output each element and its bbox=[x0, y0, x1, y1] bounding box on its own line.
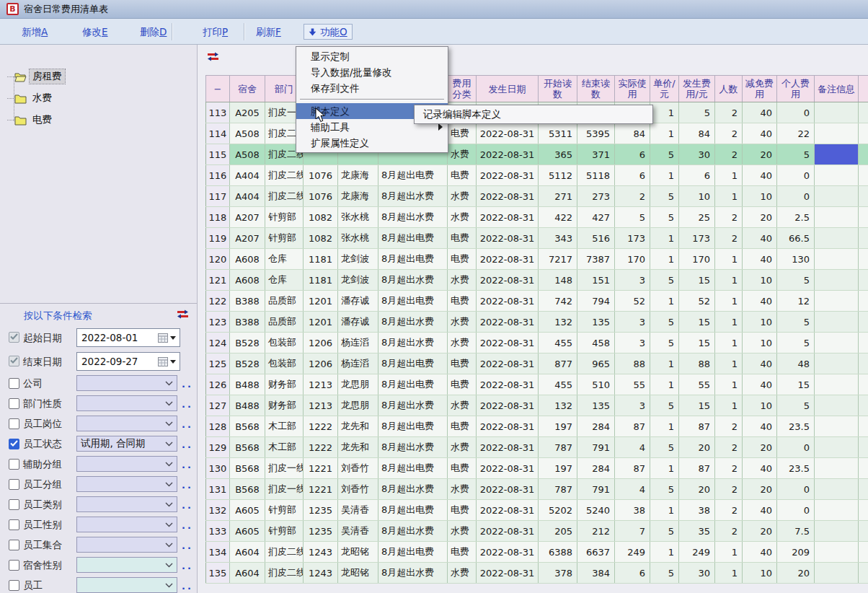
table-cell[interactable]: 8月超出水费 bbox=[378, 479, 448, 500]
table-cell[interactable]: 371 bbox=[577, 144, 615, 165]
table-cell[interactable] bbox=[815, 521, 859, 542]
table-cell[interactable]: A404 bbox=[230, 165, 265, 186]
table-cell[interactable]: 1 bbox=[715, 312, 743, 333]
table-cell[interactable]: 794 bbox=[577, 291, 615, 312]
table-cell[interactable]: 杨连滔 bbox=[338, 333, 378, 353]
table-cell[interactable]: 5 bbox=[650, 207, 679, 228]
filter-checkbox[interactable] bbox=[9, 439, 19, 449]
table-cell[interactable]: 284 bbox=[577, 458, 615, 479]
table-cell[interactable] bbox=[815, 353, 859, 374]
filter-select[interactable] bbox=[76, 375, 177, 391]
table-cell[interactable]: 5 bbox=[777, 395, 815, 416]
table-cell[interactable]: 2 bbox=[715, 479, 743, 500]
table-cell[interactable]: 0 bbox=[777, 500, 815, 521]
lookup-dots-button[interactable]: .. bbox=[182, 540, 193, 551]
table-cell[interactable]: 6 bbox=[615, 144, 650, 165]
table-cell[interactable] bbox=[815, 228, 859, 249]
column-header-9[interactable]: 开始读数 bbox=[539, 76, 577, 102]
table-cell[interactable] bbox=[815, 395, 859, 416]
table-cell[interactable]: 1206 bbox=[304, 353, 338, 374]
table-cell[interactable]: 扪皮二线 bbox=[265, 563, 304, 584]
table-cell[interactable] bbox=[815, 123, 859, 144]
table-cell[interactable]: 8月超出水费 bbox=[378, 437, 448, 458]
row-number-cell[interactable]: 113 bbox=[206, 102, 230, 123]
table-cell[interactable]: 66.5 bbox=[777, 228, 815, 249]
filter-checkbox[interactable] bbox=[9, 479, 19, 490]
table-cell[interactable]: 30 bbox=[679, 563, 715, 584]
filter-checkbox[interactable] bbox=[9, 519, 19, 530]
table-cell[interactable]: 2 bbox=[715, 207, 743, 228]
lookup-dots-button[interactable]: .. bbox=[182, 480, 193, 491]
table-cell[interactable]: 水费 bbox=[448, 395, 477, 416]
table-cell[interactable] bbox=[815, 333, 859, 353]
table-cell[interactable]: 6388 bbox=[539, 542, 577, 563]
table-cell[interactable]: 132 bbox=[539, 312, 577, 333]
table-cell[interactable]: 10 bbox=[743, 395, 777, 416]
table-cell[interactable]: 1 bbox=[650, 458, 679, 479]
table-cell[interactable]: 0 bbox=[777, 102, 815, 123]
table-cell[interactable]: 365 bbox=[539, 144, 577, 165]
table-cell[interactable]: 6 bbox=[615, 563, 650, 584]
table-cell[interactable]: B568 bbox=[230, 416, 265, 437]
table-cell[interactable]: 2.5 bbox=[777, 207, 815, 228]
lookup-dots-button[interactable]: .. bbox=[182, 460, 193, 470]
table-cell[interactable]: 173 bbox=[679, 228, 715, 249]
table-cell[interactable]: 4 bbox=[615, 437, 650, 458]
table-cell[interactable]: 吴清香 bbox=[338, 521, 378, 542]
table-cell[interactable]: 52 bbox=[615, 291, 650, 312]
table-cell[interactable]: 52 bbox=[679, 291, 715, 312]
table-cell[interactable]: B568 bbox=[230, 479, 265, 500]
table-cell[interactable]: B568 bbox=[230, 437, 265, 458]
table-cell[interactable]: 40 bbox=[743, 249, 777, 270]
table-cell[interactable]: 249 bbox=[679, 542, 715, 563]
table-cell[interactable]: A508 bbox=[230, 144, 265, 165]
table-cell[interactable]: 1 bbox=[650, 102, 679, 123]
table-cell[interactable]: 40 bbox=[743, 458, 777, 479]
table-cell[interactable] bbox=[815, 437, 859, 458]
table-cell[interactable]: 30 bbox=[679, 144, 715, 165]
table-cell[interactable]: 2022-08-31 bbox=[477, 500, 539, 521]
table-cell[interactable]: B388 bbox=[230, 312, 265, 333]
row-number-cell[interactable]: 127 bbox=[206, 395, 230, 416]
table-cell[interactable]: A608 bbox=[230, 270, 265, 291]
table-cell[interactable]: B488 bbox=[230, 395, 265, 416]
table-cell[interactable]: 2022-08-31 bbox=[477, 395, 539, 416]
row-number-cell[interactable]: 132 bbox=[206, 500, 230, 521]
table-cell[interactable]: 20 bbox=[679, 437, 715, 458]
table-cell[interactable]: 扪皮二线 bbox=[265, 542, 304, 563]
row-number-cell[interactable]: 123 bbox=[206, 312, 230, 333]
table-cell[interactable]: 2022-08-31 bbox=[477, 165, 539, 186]
table-cell[interactable]: 财务部 bbox=[265, 395, 304, 416]
table-cell[interactable]: 2022-08-31 bbox=[477, 207, 539, 228]
table-cell[interactable]: 7.5 bbox=[777, 521, 815, 542]
row-number-cell[interactable]: 121 bbox=[206, 270, 230, 291]
table-cell[interactable]: 1 bbox=[650, 353, 679, 374]
table-cell[interactable]: 水费 bbox=[448, 186, 477, 207]
table-cell[interactable]: 针剪部 bbox=[265, 207, 304, 228]
table-cell[interactable]: 40 bbox=[743, 102, 777, 123]
table-cell[interactable]: 8月超出电费 bbox=[378, 291, 448, 312]
column-header-13[interactable]: 发生费用/元 bbox=[679, 76, 715, 102]
table-cell[interactable]: 电费 bbox=[448, 353, 477, 374]
table-cell[interactable]: 271 bbox=[539, 186, 577, 207]
table-cell[interactable]: 23.5 bbox=[777, 458, 815, 479]
table-cell[interactable]: A508 bbox=[230, 123, 265, 144]
row-number-cell[interactable]: 124 bbox=[206, 333, 230, 353]
table-cell[interactable]: 2 bbox=[715, 521, 743, 542]
column-header-12[interactable]: 单价/元 bbox=[650, 76, 679, 102]
table-cell[interactable]: 8月超出电费 bbox=[378, 458, 448, 479]
table-cell[interactable]: 0 bbox=[777, 186, 815, 207]
table-cell[interactable]: 水费 bbox=[448, 144, 477, 165]
table-cell[interactable]: 458 bbox=[577, 333, 615, 353]
table-cell[interactable]: A604 bbox=[230, 542, 265, 563]
table-cell[interactable]: 张水桃 bbox=[338, 207, 378, 228]
table-cell[interactable]: 潘存诚 bbox=[338, 291, 378, 312]
table-cell[interactable]: 2022-08-31 bbox=[477, 291, 539, 312]
table-cell[interactable]: A604 bbox=[230, 563, 265, 584]
lookup-dots-button[interactable]: .. bbox=[182, 520, 193, 531]
lookup-dots-button[interactable]: .. bbox=[182, 561, 193, 571]
date-input[interactable]: 2022-09-27 bbox=[76, 352, 180, 371]
grid-layout-swap-icon[interactable] bbox=[207, 52, 219, 63]
table-cell[interactable]: 22 bbox=[777, 123, 815, 144]
table-cell[interactable]: 龙昭铭 bbox=[338, 563, 378, 584]
